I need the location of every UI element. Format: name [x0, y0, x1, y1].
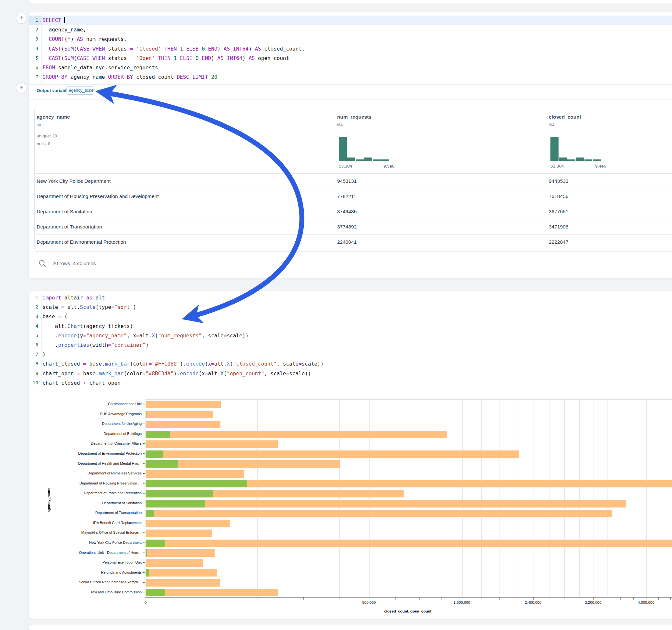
- line-number-gutter: 1: [28, 293, 41, 302]
- y-axis-label: Department of Homeless Services: [35, 471, 142, 475]
- line-number: 7: [35, 350, 38, 359]
- add-cell-button-top[interactable]: +: [16, 13, 27, 24]
- code-line[interactable]: 7): [28, 350, 672, 359]
- column-header-agency_name[interactable]: agency_name: [37, 114, 70, 120]
- add-cell-button-middle[interactable]: +: [16, 82, 27, 93]
- table-row[interactable]: Department of Sanitation37494853677651: [34, 204, 672, 219]
- code-text: FROM sample_data.nyc.service_requests: [43, 63, 158, 72]
- column-header-num_requests[interactable]: num_requests: [337, 114, 371, 120]
- code-line[interactable]: 9chart_open = base.mark_bar(color="#8BC3…: [28, 369, 672, 378]
- code-line[interactable]: 4 CAST(SUM(CASE WHEN status = 'Closed' T…: [28, 44, 672, 53]
- code-text: COUNT(*) AS num_requests,: [43, 34, 127, 44]
- code-line[interactable]: 8chart_closed = base.mark_bar(color="#FF…: [28, 359, 672, 368]
- code-text: .properties(width="container"): [43, 340, 149, 350]
- gutter-separator: [41, 14, 42, 83]
- code-line[interactable]: 2 agency_name,: [28, 25, 672, 34]
- y-axis-label: Operations Unit - Department of Hom…: [35, 551, 142, 555]
- sql-code-editor[interactable]: 1⌄SELECT 2 agency_name,3 COUNT(*) AS num…: [28, 16, 672, 82]
- column-header-closed_count[interactable]: closed_count: [549, 114, 581, 120]
- histogram-bar: [381, 160, 389, 161]
- search-icon[interactable]: [38, 259, 47, 268]
- table-row[interactable]: Department of Housing Preservation and D…: [34, 189, 672, 204]
- y-axis-tick: [143, 592, 145, 593]
- histogram-bar: [593, 160, 601, 161]
- code-text: scale = alt.Scale(type="sqrt"): [43, 302, 136, 312]
- histogram-bar: [347, 158, 355, 161]
- gridline: [565, 399, 565, 598]
- code-text: ): [43, 350, 46, 359]
- code-line[interactable]: 1import altair as alt: [28, 293, 672, 302]
- gridline: [500, 399, 500, 598]
- table-row[interactable]: Department of Transportation377489234719…: [34, 219, 672, 235]
- table-cell: 3749485: [337, 204, 357, 219]
- table-cell: Department of Transportation: [37, 219, 102, 234]
- code-line[interactable]: 1⌄SELECT: [28, 16, 672, 25]
- line-number: 3: [35, 34, 38, 44]
- line-number: 1: [35, 16, 38, 25]
- column-type: i64: [549, 122, 554, 127]
- code-line[interactable]: 6FROM sample_data.nyc.service_requests: [28, 63, 672, 72]
- closed-count-bar: [146, 579, 220, 587]
- line-number-gutter: 3⌄: [28, 312, 41, 321]
- y-axis-tick: [143, 443, 145, 444]
- code-line[interactable]: 3 COUNT(*) AS num_requests,: [28, 34, 672, 44]
- y-axis-tick: [143, 404, 145, 405]
- chevron-down-icon[interactable]: ⌄: [40, 312, 42, 321]
- closed-count-bar: [146, 559, 203, 567]
- table-cell: 3677651: [549, 204, 568, 219]
- y-axis-label: HRA Benefit Card Replacement: [35, 521, 142, 525]
- table-cell: Department of Environmental Protection: [37, 234, 126, 249]
- table-cell: 7782211: [337, 189, 356, 204]
- x-axis-tick: [533, 598, 534, 600]
- x-axis-tick: [395, 598, 396, 600]
- chevron-down-icon[interactable]: ⌄: [40, 16, 42, 25]
- open-count-bar: [146, 500, 205, 508]
- x-axis-tick: [419, 598, 420, 600]
- y-axis-tick: [143, 483, 145, 484]
- table-cell: Department of Sanitation: [37, 204, 92, 219]
- closed-count-bar: [146, 539, 672, 547]
- y-axis-label: DHS Advantage Programs: [35, 412, 142, 416]
- gridline: [621, 399, 621, 598]
- y-axis-tick: [143, 434, 145, 434]
- table-row[interactable]: New York City Police Department945313194…: [34, 173, 672, 189]
- y-axis-tick: [143, 414, 145, 414]
- code-line[interactable]: 6 .properties(width="container"): [28, 340, 672, 350]
- gridline: [634, 399, 634, 598]
- histogram-min-label: 53,304: [339, 164, 352, 169]
- code-line[interactable]: 5 CAST(SUM(CASE WHEN status = 'Open' THE…: [28, 53, 672, 63]
- code-line[interactable]: 10chart_closed + chart_open: [28, 378, 672, 388]
- gridline: [481, 399, 482, 598]
- open-count-bar: [146, 549, 147, 557]
- gridline: [420, 399, 420, 598]
- open-count-bar: [146, 451, 163, 458]
- open-count-bar: [146, 460, 178, 468]
- line-number-gutter: 6: [28, 340, 41, 350]
- y-axis-tick: [143, 523, 145, 524]
- open-count-bar: [146, 421, 146, 428]
- gridline: [607, 399, 607, 598]
- line-number: 2: [35, 302, 38, 312]
- open-count-bar: [146, 431, 170, 438]
- histogram-bar: [559, 158, 567, 161]
- output-variable-pill[interactable]: agency_tickets: [67, 86, 94, 95]
- table-cell: Department of Housing Preservation and D…: [37, 189, 159, 204]
- gridline: [594, 399, 594, 598]
- line-number-gutter: 4: [28, 321, 41, 331]
- table-row[interactable]: Department of Environmental Protection22…: [34, 234, 672, 249]
- y-axis-label: Department of Consumer Affairs: [35, 441, 142, 445]
- code-line[interactable]: 7GROUP BY agency_name ORDER BY closed_co…: [28, 72, 672, 82]
- python-code-editor[interactable]: 1import altair as alt2scale = alt.Scale(…: [28, 293, 672, 388]
- histogram-max-label: 9.4e6: [595, 164, 606, 169]
- code-line[interactable]: 2scale = alt.Scale(type="sqrt"): [28, 302, 672, 312]
- x-axis-tick-label: 1,600,000: [454, 601, 470, 604]
- code-output-divider: [28, 84, 672, 84]
- code-line[interactable]: 3⌄base = (: [28, 312, 672, 321]
- y-axis-tick: [143, 553, 145, 553]
- code-text: import altair as alt: [43, 293, 105, 302]
- closed-count-bar: [146, 500, 626, 508]
- code-line[interactable]: 4 alt.Chart(agency_tickets): [28, 321, 672, 331]
- table-header-separator: [34, 173, 672, 174]
- y-axis-label: Department of Sanitation: [35, 501, 142, 505]
- code-line[interactable]: 5 .encode(y="agency_name", x=alt.X("num_…: [28, 331, 672, 340]
